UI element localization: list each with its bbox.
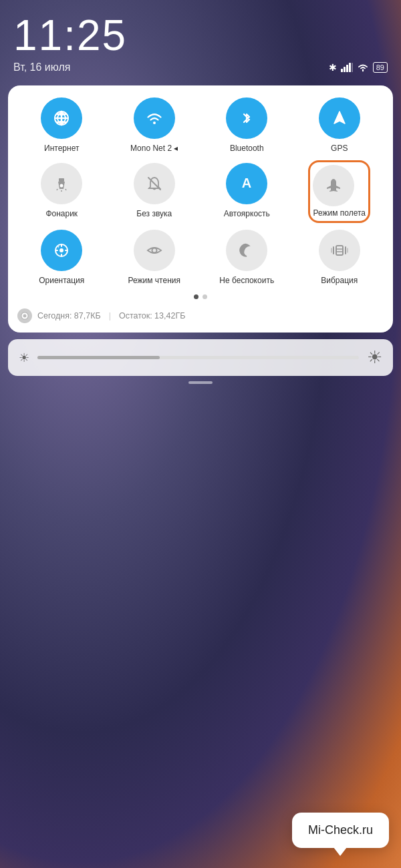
svg-rect-0 — [341, 69, 343, 72]
toggle-vibration[interactable]: Вибрация — [295, 230, 384, 285]
svg-point-8 — [60, 184, 63, 187]
toggle-grid-row3: Ориентация Режим чтения Не беспокоить — [17, 230, 384, 285]
orientation-icon — [52, 241, 71, 260]
svg-rect-4 — [352, 63, 353, 72]
data-usage-icon — [20, 311, 29, 320]
wifi-status-icon — [357, 63, 369, 72]
quick-settings-panel: Интернет Mono Net 2 ◂ Bluetooth — [8, 85, 393, 333]
remaining-storage: Остаток: 13,42ГБ — [119, 311, 185, 320]
toggle-wifi[interactable]: Mono Net 2 ◂ — [110, 97, 199, 153]
silent-icon-circle[interactable] — [134, 163, 175, 204]
vibration-icon-circle[interactable] — [319, 230, 360, 271]
svg-line-11 — [65, 189, 66, 190]
flashlight-icon-circle[interactable] — [41, 163, 82, 204]
bluetooth-icon — [237, 109, 256, 128]
toggle-airplane[interactable]: Режим полета — [295, 163, 384, 220]
svg-text:A: A — [242, 176, 251, 190]
gps-label: GPS — [331, 144, 348, 153]
internet-icon — [52, 109, 71, 128]
dnd-icon-circle[interactable] — [226, 230, 267, 271]
internet-label: Интернет — [44, 144, 79, 153]
eye-icon — [145, 241, 164, 260]
svg-point-16 — [152, 248, 156, 252]
wifi-icon-circle[interactable] — [134, 97, 175, 139]
reading-label: Режим чтения — [128, 276, 180, 285]
watermark-area: Mi-Check.ru — [292, 813, 389, 848]
today-usage: Сегодня: 87,7КБ — [37, 311, 101, 320]
toggle-grid-row1: Интернет Mono Net 2 ◂ Bluetooth — [17, 97, 384, 153]
svg-rect-1 — [344, 67, 346, 72]
wifi-icon — [145, 109, 164, 128]
toggle-dnd[interactable]: Не беспокоить — [203, 230, 291, 285]
airplane-label: Режим полета — [313, 208, 366, 218]
status-icons: ✱ 89 — [329, 62, 388, 73]
page-dots — [17, 294, 384, 299]
location-icon — [330, 109, 349, 128]
status-bar: 11:25 Вт, 16 июля ✱ 89 — [0, 0, 401, 76]
dot-1 — [194, 294, 198, 299]
svg-rect-3 — [349, 63, 351, 72]
battery-indicator: 89 — [373, 62, 388, 73]
toggle-silent[interactable]: Без звука — [110, 163, 199, 220]
svg-rect-7 — [59, 178, 64, 182]
airplane-highlight-box: Режим полета — [308, 160, 370, 223]
svg-point-26 — [23, 314, 27, 318]
watermark-text: Mi-Check.ru — [308, 823, 373, 837]
letter-a-icon: A — [237, 174, 256, 193]
toggle-flashlight[interactable]: Фонарик — [17, 163, 106, 220]
silent-label: Без звука — [136, 209, 172, 218]
moon-icon — [237, 241, 256, 260]
bluetooth-status-icon: ✱ — [329, 62, 337, 73]
svg-rect-2 — [346, 65, 348, 72]
bell-off-icon — [145, 174, 164, 193]
date-display: Вт, 16 июля — [13, 61, 70, 73]
brightness-fill — [37, 356, 160, 359]
dot-2 — [203, 294, 207, 299]
bluetooth-label: Bluetooth — [230, 144, 264, 153]
flashlight-icon — [52, 174, 71, 193]
toggle-auto-brightness[interactable]: A Автояркость — [203, 163, 291, 220]
airplane-icon — [324, 176, 343, 195]
toggle-reading[interactable]: Режим чтения — [110, 230, 199, 285]
brightness-track[interactable] — [37, 356, 359, 359]
watermark-bubble: Mi-Check.ru — [292, 813, 389, 848]
airplane-icon-circle[interactable] — [313, 165, 354, 206]
vibration-icon — [330, 241, 349, 260]
clock: 11:25 — [13, 12, 388, 59]
brightness-slider-container[interactable]: ☀ ☀ — [8, 339, 393, 376]
auto-brightness-icon-circle[interactable]: A — [226, 163, 267, 204]
vibration-label: Вибрация — [321, 276, 358, 285]
auto-brightness-label: Автояркость — [224, 209, 270, 218]
svg-point-6 — [153, 122, 156, 124]
brightness-low-icon: ☀ — [19, 351, 29, 365]
signal-icon — [341, 63, 353, 72]
bluetooth-icon-circle[interactable] — [226, 97, 267, 139]
gps-icon-circle[interactable] — [319, 97, 360, 139]
usage-separator: | — [109, 311, 111, 320]
handle-bar — [188, 381, 213, 384]
toggle-orientation[interactable]: Ориентация — [17, 230, 106, 285]
toggle-gps[interactable]: GPS — [295, 97, 384, 153]
toggle-grid-row2: Фонарик Без звука A Автояркость — [17, 163, 384, 220]
brightness-high-icon: ☀ — [367, 347, 382, 368]
toggle-internet[interactable]: Интернет — [17, 97, 106, 153]
orientation-icon-circle[interactable] — [41, 230, 82, 271]
data-icon — [17, 308, 32, 323]
svg-rect-17 — [336, 246, 343, 255]
flashlight-label: Фонарик — [45, 209, 78, 218]
svg-line-10 — [57, 189, 57, 190]
internet-icon-circle[interactable] — [41, 97, 82, 139]
data-usage-row: Сегодня: 87,7КБ | Остаток: 13,42ГБ — [17, 306, 384, 323]
wifi-label: Mono Net 2 ◂ — [130, 144, 178, 153]
orientation-label: Ориентация — [39, 276, 84, 285]
dnd-label: Не беспокоить — [219, 276, 274, 285]
svg-point-15 — [59, 248, 63, 252]
reading-icon-circle[interactable] — [134, 230, 175, 271]
toggle-bluetooth[interactable]: Bluetooth — [203, 97, 291, 153]
